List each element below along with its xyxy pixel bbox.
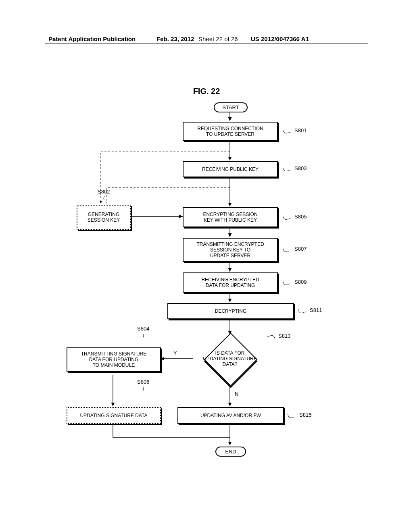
start-text: START: [222, 104, 239, 110]
sheet-label: Sheet 22 of 26: [198, 35, 238, 42]
process-s805: ENCRYPTING SESSION KEY WITH PUBLIC KEY: [183, 207, 278, 227]
process-s815: UPDATING AV AND/OR FW: [177, 407, 284, 424]
s802-text: GENERATING SESSION KEY: [88, 212, 120, 223]
terminator-end: END: [215, 447, 246, 457]
figure-title: FIG. 22: [0, 87, 413, 96]
process-s801: REQUESTING CONNECTION TO UPDATE SERVER: [183, 122, 278, 141]
label-s803: S803: [294, 165, 307, 171]
process-s803: RECEIVING PUBLIC KEY: [183, 161, 278, 177]
ref-mark: (: [143, 333, 144, 338]
process-s809: RECEIVING ENCRYPTED DATA FOR UPDATING: [183, 272, 278, 293]
process-s811: DECRYPTING: [167, 303, 294, 319]
s811-text: DECRYPTING: [215, 308, 246, 314]
label-s801: S801: [294, 127, 307, 133]
s809-text: RECEIVING ENCRYPTED DATA FOR UPDATING: [201, 277, 259, 288]
label-s804: S804: [137, 326, 149, 332]
publication-label: Patent Application Publication: [48, 35, 136, 42]
process-s807: TRANSMITTING ENCRYPTED SESSION KEY TO UP…: [183, 238, 278, 262]
flowchart: START REQUESTING CONNECTION TO UPDATE SE…: [52, 101, 367, 484]
date-label: Feb. 23, 2012: [156, 35, 194, 42]
label-s813: S813: [278, 333, 290, 339]
end-text: END: [225, 449, 236, 455]
docnum-label: US 2012/0047366 A1: [251, 35, 309, 42]
process-s802: GENERATING SESSION KEY: [77, 205, 131, 230]
s815-text: UPDATING AV AND/OR FW: [200, 413, 261, 418]
branch-no: N: [235, 391, 238, 397]
decision-s813: IS DATA FOR UPDATING SIGNATURE DATA?: [192, 335, 268, 383]
s803-text: RECEIVING PUBLIC KEY: [202, 166, 259, 172]
s805-text: ENCRYPTING SESSION KEY WITH PUBLIC KEY: [203, 212, 257, 223]
s813-text: IS DATA FOR UPDATING SIGNATURE DATA?: [203, 350, 257, 367]
process-s806: UPDATING SIGNATURE DATA: [67, 407, 161, 424]
branch-yes: Y: [173, 350, 177, 356]
label-s805: S805: [294, 214, 307, 220]
ref-mark: (: [143, 386, 144, 391]
label-s806: S806: [137, 379, 149, 385]
label-s811: S811: [310, 307, 322, 313]
label-s807: S807: [294, 246, 307, 252]
page: Patent Application Publication Feb. 23, …: [0, 0, 413, 532]
label-s809: S809: [294, 279, 307, 285]
s807-text: TRANSMITTING ENCRYPTED SESSION KEY TO UP…: [196, 241, 264, 258]
label-s802: S802: [98, 189, 110, 195]
process-s804: TRANSMITTING SIGNATURE DATA FOR UPDATING…: [67, 347, 161, 372]
ref-mark: (: [103, 195, 105, 200]
label-s815: S815: [299, 412, 311, 418]
s806-text: UPDATING SIGNATURE DATA: [80, 413, 147, 418]
terminator-start: START: [214, 102, 248, 112]
header-rule: [45, 44, 368, 44]
s801-text: REQUESTING CONNECTION TO UPDATE SERVER: [197, 126, 263, 137]
s804-text: TRANSMITTING SIGNATURE DATA FOR UPDATING…: [81, 351, 146, 368]
